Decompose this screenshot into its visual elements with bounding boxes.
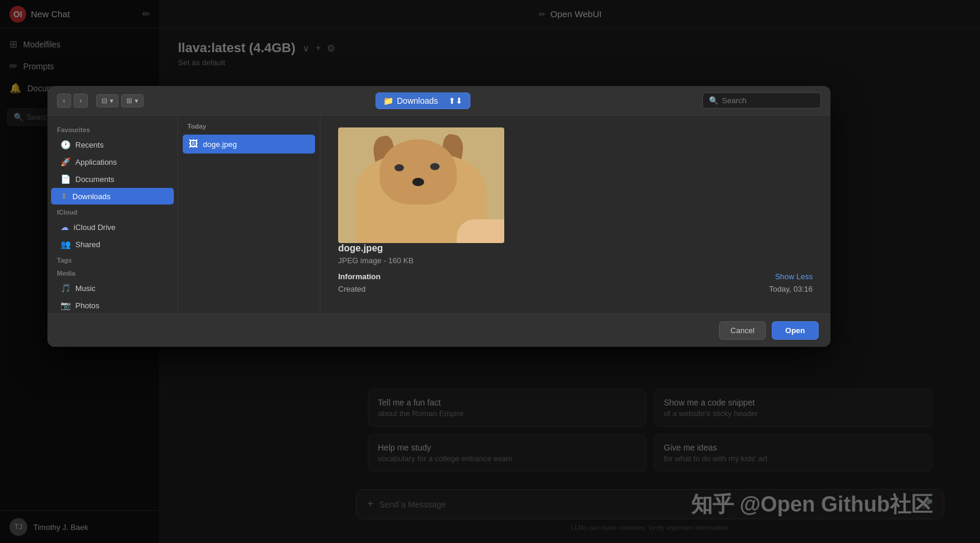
file-image-icon: 🖼 <box>189 139 198 149</box>
picker-search-box: 🔍 <box>702 92 821 108</box>
preview-info-label: Information <box>338 272 381 281</box>
file-item-doge[interactable]: 🖼 doge.jpeg <box>183 135 315 154</box>
show-less-link[interactable]: Show Less <box>775 272 813 281</box>
location-dropdown[interactable]: 📁 Downloads ⬆⬇ <box>376 92 470 109</box>
sidebar-item-shared[interactable]: 👥 Shared <box>51 236 174 253</box>
cancel-button[interactable]: Cancel <box>719 321 765 340</box>
picker-search-icon: 🔍 <box>709 96 718 105</box>
view-toggle: ⊟ ▾ ⊞ ▾ <box>96 94 144 107</box>
list-view-icon: ⊟ <box>101 97 107 105</box>
hand <box>457 219 504 243</box>
sidebar-item-recents[interactable]: 🕐 Recents <box>51 136 174 153</box>
picker-files-panel: Today 🖼 doge.jpeg <box>178 116 320 314</box>
doge-eye-left <box>394 164 404 171</box>
list-view-button[interactable]: ⊟ ▾ <box>96 94 119 107</box>
icloud-drive-label: iCloud Drive <box>74 223 116 232</box>
location-left: 📁 Downloads <box>383 96 438 106</box>
recents-label: Recents <box>75 140 104 149</box>
file-picker-dialog: ‹ › ⊟ ▾ ⊞ ▾ 📁 Downloads ⬆⬇ 🔍 <box>47 86 831 347</box>
location-label: Downloads <box>397 96 438 106</box>
preview-info-section: Information Show Less <box>338 272 813 281</box>
preview-created-value: Today, 03:16 <box>769 285 813 293</box>
documents-label: Documents <box>75 175 114 184</box>
photos-icon: 📷 <box>61 301 71 310</box>
doge-eye-right <box>430 163 440 170</box>
recents-icon: 🕐 <box>61 140 71 149</box>
sidebar-item-applications[interactable]: 🚀 Applications <box>51 154 174 170</box>
location-chevron-icon: ⬆⬇ <box>448 96 463 106</box>
music-icon: 🎵 <box>61 283 71 293</box>
preview-meta: JPEG image - 160 KB <box>338 256 813 265</box>
icloud-drive-icon: ☁ <box>61 222 69 232</box>
applications-label: Applications <box>75 158 117 167</box>
picker-footer: Cancel Open <box>47 314 831 347</box>
tags-label: Tags <box>47 253 177 266</box>
sidebar-item-photos[interactable]: 📷 Photos <box>51 297 174 314</box>
sidebar-item-icloud-drive[interactable]: ☁ iCloud Drive <box>51 219 174 235</box>
preview-created-row: Created Today, 03:16 <box>338 285 813 293</box>
shared-icon: 👥 <box>61 239 71 249</box>
preview-image <box>338 127 504 243</box>
picker-toolbar: ‹ › ⊟ ▾ ⊞ ▾ 📁 Downloads ⬆⬇ 🔍 <box>47 86 831 116</box>
picker-search-input[interactable] <box>722 96 814 105</box>
open-button[interactable]: Open <box>772 321 819 340</box>
forward-button[interactable]: › <box>74 94 88 108</box>
documents-folder-icon: 📄 <box>61 174 71 184</box>
sidebar-item-music[interactable]: 🎵 Music <box>51 280 174 296</box>
icloud-label: iCloud <box>47 205 177 218</box>
applications-icon: 🚀 <box>61 157 71 167</box>
grid-view-button[interactable]: ⊞ ▾ <box>121 94 144 107</box>
doge-head <box>380 139 457 205</box>
picker-sidebar: Favourites 🕐 Recents 🚀 Applications 📄 Do… <box>47 116 178 314</box>
nav-arrows: ‹ › <box>57 94 88 108</box>
photos-label: Photos <box>75 301 99 310</box>
doge-nose <box>412 178 424 186</box>
list-view-arrow: ▾ <box>110 97 113 105</box>
file-item-label: doge.jpeg <box>203 140 237 149</box>
grid-view-icon: ⊞ <box>126 97 132 105</box>
downloads-label: Downloads <box>72 192 110 201</box>
picker-body: Favourites 🕐 Recents 🚀 Applications 📄 Do… <box>47 116 831 314</box>
favourites-label: Favourites <box>47 123 177 136</box>
files-section-label: Today <box>183 123 315 135</box>
location-folder-icon: 📁 <box>383 96 393 106</box>
back-button[interactable]: ‹ <box>57 94 71 108</box>
media-label: Media <box>47 266 177 279</box>
music-label: Music <box>75 284 96 293</box>
picker-preview-panel: doge.jpeg JPEG image - 160 KB Informatio… <box>320 116 831 314</box>
shared-label: Shared <box>75 240 100 249</box>
sidebar-item-downloads[interactable]: ⬇ Downloads <box>51 188 174 205</box>
preview-info: doge.jpeg JPEG image - 160 KB Informatio… <box>338 243 813 293</box>
downloads-icon: ⬇ <box>61 191 68 201</box>
preview-created-label: Created <box>338 285 365 293</box>
preview-filename: doge.jpeg <box>338 243 813 254</box>
grid-view-arrow: ▾ <box>135 97 138 105</box>
sidebar-item-documents[interactable]: 📄 Documents <box>51 171 174 187</box>
